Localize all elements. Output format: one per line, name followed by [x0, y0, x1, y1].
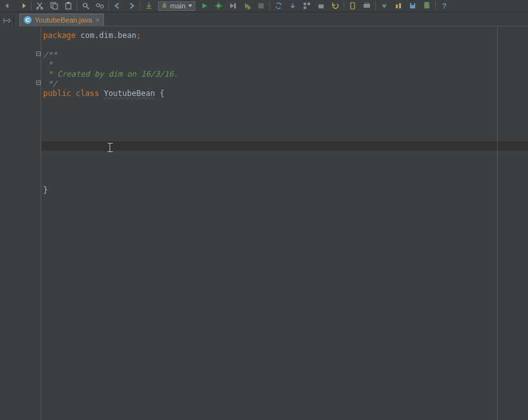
fold-icon[interactable] — [36, 52, 41, 56]
main-toolbar: main ? — [0, 0, 528, 12]
svg-rect-4 — [66, 3, 71, 9]
svg-rect-21 — [304, 3, 306, 5]
svg-point-12 — [163, 3, 166, 5]
find-icon[interactable] — [79, 1, 93, 12]
run-coverage-icon[interactable] — [226, 1, 240, 12]
class-icon: C — [24, 16, 32, 24]
separator — [269, 1, 270, 10]
brace: } — [43, 186, 48, 195]
comment: */ — [43, 79, 57, 88]
separator — [31, 1, 32, 10]
package-name: com.dim.bean — [76, 31, 137, 40]
svg-line-7 — [87, 7, 89, 9]
sdk-icon[interactable] — [360, 1, 374, 12]
svg-rect-22 — [308, 3, 310, 5]
close-icon[interactable]: × — [95, 16, 99, 24]
svg-text:?: ? — [442, 2, 447, 10]
code-editor[interactable]: package com.dim.bean; /** * * Created by… — [15, 27, 528, 420]
svg-rect-31 — [424, 4, 429, 8]
make-icon[interactable] — [142, 1, 156, 12]
debug-icon[interactable] — [211, 1, 226, 12]
redo-icon[interactable] — [15, 1, 30, 12]
svg-point-8 — [97, 4, 100, 7]
stop-icon[interactable] — [254, 1, 268, 12]
tab-youtubebean[interactable]: C YoutubeBean.java × — [19, 14, 104, 26]
back-icon[interactable] — [110, 1, 124, 12]
undo-icon[interactable] — [1, 1, 15, 12]
separator — [344, 1, 344, 10]
separator — [77, 1, 77, 10]
paste-icon[interactable] — [61, 1, 75, 12]
svg-rect-20 — [259, 3, 264, 8]
separator — [108, 1, 109, 10]
error-stripe[interactable] — [497, 27, 528, 420]
help-icon[interactable]: ? — [437, 1, 451, 12]
editor-gutter[interactable] — [15, 27, 41, 420]
config-label: main — [170, 2, 186, 10]
memory-icon[interactable] — [391, 1, 406, 12]
comment: * Created by dim on 16/3/16. — [43, 70, 179, 79]
svg-rect-5 — [67, 2, 70, 4]
replace-icon[interactable] — [93, 1, 107, 12]
svg-rect-23 — [304, 6, 306, 9]
separator — [375, 1, 376, 10]
svg-rect-24 — [318, 5, 324, 8]
tab-name: YoutubeBean.java — [35, 16, 92, 24]
project-tool-button[interactable] — [0, 14, 14, 27]
class-name: YoutubeBean — [104, 89, 155, 98]
vcs-update-icon[interactable] — [286, 1, 300, 12]
save-icon[interactable] — [406, 1, 420, 12]
copy-icon[interactable] — [47, 1, 61, 12]
run-config-selector[interactable]: main — [158, 1, 195, 11]
brace: { — [155, 89, 164, 98]
sync-icon[interactable] — [271, 1, 286, 12]
keyword: package — [43, 31, 76, 40]
semicolon: ; — [137, 31, 141, 40]
svg-point-6 — [83, 3, 87, 7]
svg-rect-3 — [53, 4, 57, 9]
run-icon[interactable] — [197, 1, 211, 12]
svg-rect-18 — [234, 3, 236, 8]
separator — [435, 1, 436, 10]
svg-rect-25 — [351, 3, 355, 9]
dropdown-icon — [188, 5, 192, 7]
fold-icon[interactable] — [36, 81, 41, 85]
separator — [140, 1, 141, 10]
svg-rect-26 — [364, 4, 370, 8]
text-cursor — [108, 143, 113, 152]
attach-icon[interactable] — [240, 1, 254, 12]
forward-icon[interactable] — [124, 1, 139, 12]
svg-point-13 — [217, 4, 220, 8]
keyword: public class — [43, 89, 104, 98]
svg-rect-28 — [399, 3, 401, 8]
cut-icon[interactable] — [33, 1, 47, 12]
svg-point-32 — [424, 2, 429, 5]
comment: * — [43, 60, 52, 69]
svg-rect-27 — [396, 5, 398, 8]
comment: /** — [43, 50, 57, 59]
code-area[interactable]: package com.dim.bean; /** * * Created by… — [41, 27, 496, 420]
ddms-icon[interactable] — [377, 1, 391, 12]
svg-rect-30 — [411, 3, 414, 5]
structure-icon[interactable] — [300, 1, 314, 12]
svg-point-9 — [101, 5, 104, 8]
android-icon — [161, 3, 168, 9]
revert-icon[interactable] — [328, 1, 342, 12]
editor-tabs: C YoutubeBean.java × — [19, 14, 528, 26]
deploy-icon[interactable] — [314, 1, 328, 12]
android-device-icon[interactable] — [420, 1, 434, 12]
svg-point-19 — [247, 6, 250, 10]
avd-icon[interactable] — [346, 1, 360, 12]
